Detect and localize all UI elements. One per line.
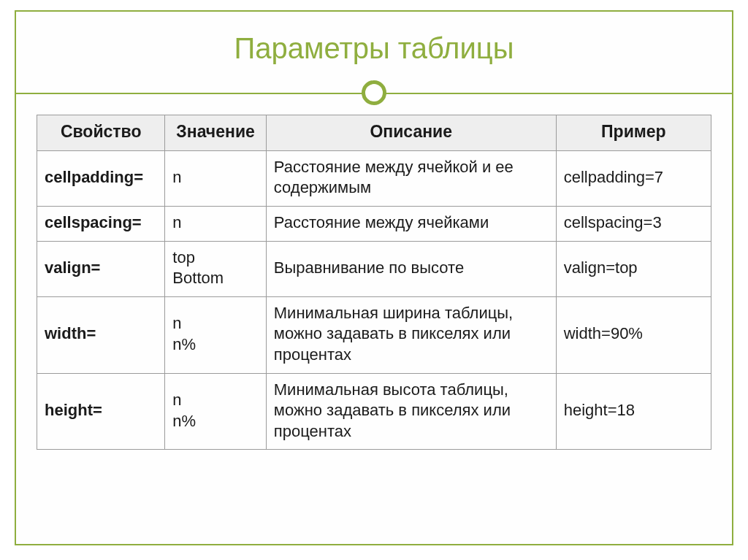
params-table: Свойство Значение Описание Пример cellpa… xyxy=(37,115,711,450)
table-header-row: Свойство Значение Описание Пример xyxy=(37,115,711,151)
divider-circle-icon xyxy=(362,80,386,105)
cell-example: cellpadding=7 xyxy=(556,150,711,206)
cell-property: cellpadding= xyxy=(37,150,165,206)
cell-property: cellspacing= xyxy=(37,207,165,242)
table-row: cellpadding= n Расстояние между ячейкой … xyxy=(37,150,711,206)
header-description: Описание xyxy=(266,115,556,151)
title-divider xyxy=(16,78,732,107)
slide-frame: Параметры таблицы Свойство Значение Опис… xyxy=(15,10,733,545)
cell-example: cellspacing=3 xyxy=(556,207,711,242)
table-row: width= n n% Минимальная ширина таблицы, … xyxy=(37,296,711,373)
cell-description: Выравнивание по высоте xyxy=(266,241,556,296)
header-example: Пример xyxy=(556,115,711,151)
cell-description: Минимальная высота таблицы, можно задава… xyxy=(266,373,556,450)
cell-example: valign=top xyxy=(556,241,711,296)
cell-description: Расстояние между ячейками xyxy=(266,207,556,242)
table-row: cellspacing= n Расстояние между ячейками… xyxy=(37,207,711,242)
cell-example: height=18 xyxy=(556,373,711,450)
cell-example: width=90% xyxy=(556,296,711,373)
cell-property: height= xyxy=(37,373,165,450)
cell-value: n xyxy=(165,150,266,206)
header-property: Свойство xyxy=(37,115,165,151)
cell-value: n n% xyxy=(165,373,266,450)
cell-property: valign= xyxy=(37,241,165,296)
table-row: height= n n% Минимальная высота таблицы,… xyxy=(37,373,711,450)
content-area: Свойство Значение Описание Пример cellpa… xyxy=(16,115,732,472)
cell-property: width= xyxy=(37,296,165,373)
cell-value: top Bottom xyxy=(165,241,266,296)
header-value: Значение xyxy=(165,115,266,151)
cell-value: n xyxy=(165,207,266,242)
cell-value: n n% xyxy=(165,296,266,373)
cell-description: Расстояние между ячейкой и ее содержимым xyxy=(266,150,556,206)
cell-description: Минимальная ширина таблицы, можно задава… xyxy=(266,296,556,373)
page-title: Параметры таблицы xyxy=(16,32,732,65)
table-row: valign= top Bottom Выравнивание по высот… xyxy=(37,241,711,296)
